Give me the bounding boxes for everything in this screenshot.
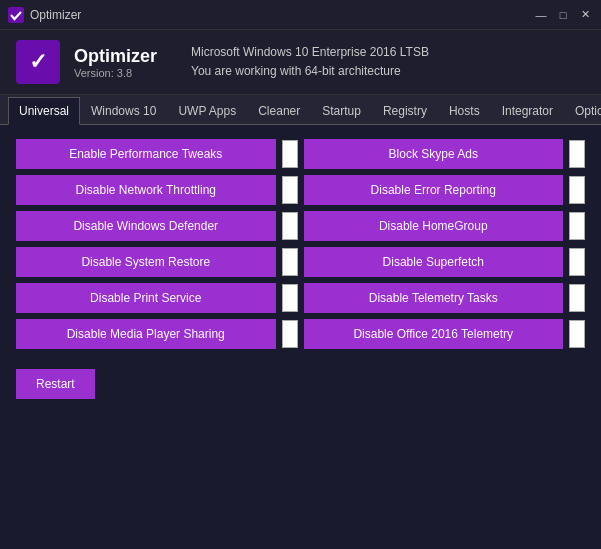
btn-row-2-right: Disable Error Reporting	[304, 175, 586, 205]
enable-performance-tweaks-button[interactable]: Enable Performance Tweaks	[16, 139, 276, 169]
app-header: ✓ Optimizer Version: 3.8 Microsoft Windo…	[0, 30, 601, 95]
tab-hosts[interactable]: Hosts	[438, 97, 491, 125]
disable-office-2016-telemetry-button[interactable]: Disable Office 2016 Telemetry	[304, 319, 564, 349]
app-info: Optimizer Version: 3.8	[74, 46, 157, 79]
indicator-3-left	[282, 212, 298, 240]
svg-rect-0	[8, 7, 24, 23]
btn-row-6-left: Disable Media Player Sharing	[16, 319, 298, 349]
disable-media-player-sharing-button[interactable]: Disable Media Player Sharing	[16, 319, 276, 349]
btn-row-1-left: Enable Performance Tweaks	[16, 139, 298, 169]
indicator-5-left	[282, 284, 298, 312]
indicator-4-right	[569, 248, 585, 276]
app-desc: Microsoft Windows 10 Enterprise 2016 LTS…	[191, 43, 429, 81]
main-content: Enable Performance Tweaks Block Skype Ad…	[0, 125, 601, 413]
titlebar-title: Optimizer	[30, 8, 81, 22]
indicator-6-right	[569, 320, 585, 348]
disable-error-reporting-button[interactable]: Disable Error Reporting	[304, 175, 564, 205]
disable-homegroup-button[interactable]: Disable HomeGroup	[304, 211, 564, 241]
tab-windows10[interactable]: Windows 10	[80, 97, 167, 125]
checkmark-icon: ✓	[29, 49, 47, 75]
indicator-3-right	[569, 212, 585, 240]
disable-windows-defender-button[interactable]: Disable Windows Defender	[16, 211, 276, 241]
btn-row-5-left: Disable Print Service	[16, 283, 298, 313]
disable-print-service-button[interactable]: Disable Print Service	[16, 283, 276, 313]
app-desc-line2: You are working with 64-bit architecture	[191, 62, 429, 81]
button-grid: Enable Performance Tweaks Block Skype Ad…	[16, 139, 585, 349]
tab-startup[interactable]: Startup	[311, 97, 372, 125]
close-button[interactable]: ✕	[577, 7, 593, 23]
disable-telemetry-tasks-button[interactable]: Disable Telemetry Tasks	[304, 283, 564, 313]
indicator-1-right	[569, 140, 585, 168]
btn-row-5-right: Disable Telemetry Tasks	[304, 283, 586, 313]
disable-superfetch-button[interactable]: Disable Superfetch	[304, 247, 564, 277]
maximize-button[interactable]: □	[555, 7, 571, 23]
app-version: Version: 3.8	[74, 67, 157, 79]
btn-row-6-right: Disable Office 2016 Telemetry	[304, 319, 586, 349]
app-name: Optimizer	[74, 46, 157, 67]
disable-system-restore-button[interactable]: Disable System Restore	[16, 247, 276, 277]
tab-universal[interactable]: Universal	[8, 97, 80, 125]
tab-cleaner[interactable]: Cleaner	[247, 97, 311, 125]
titlebar-left: Optimizer	[8, 7, 81, 23]
btn-row-1-right: Block Skype Ads	[304, 139, 586, 169]
indicator-2-right	[569, 176, 585, 204]
tab-uwp[interactable]: UWP Apps	[167, 97, 247, 125]
indicator-5-right	[569, 284, 585, 312]
minimize-button[interactable]: —	[533, 7, 549, 23]
restart-button[interactable]: Restart	[16, 369, 95, 399]
tab-integrator[interactable]: Integrator	[491, 97, 564, 125]
disable-network-throttling-button[interactable]: Disable Network Throttling	[16, 175, 276, 205]
btn-row-3-right: Disable HomeGroup	[304, 211, 586, 241]
block-skype-ads-button[interactable]: Block Skype Ads	[304, 139, 564, 169]
tab-options[interactable]: Options	[564, 97, 601, 125]
tab-registry[interactable]: Registry	[372, 97, 438, 125]
btn-row-4-right: Disable Superfetch	[304, 247, 586, 277]
app-desc-line1: Microsoft Windows 10 Enterprise 2016 LTS…	[191, 43, 429, 62]
titlebar-app-icon	[8, 7, 24, 23]
indicator-1-left	[282, 140, 298, 168]
indicator-4-left	[282, 248, 298, 276]
btn-row-2-left: Disable Network Throttling	[16, 175, 298, 205]
indicator-6-left	[282, 320, 298, 348]
titlebar: Optimizer — □ ✕	[0, 0, 601, 30]
titlebar-controls: — □ ✕	[533, 7, 593, 23]
indicator-2-left	[282, 176, 298, 204]
btn-row-3-left: Disable Windows Defender	[16, 211, 298, 241]
btn-row-4-left: Disable System Restore	[16, 247, 298, 277]
app-logo: ✓	[16, 40, 60, 84]
tabs-bar: Universal Windows 10 UWP Apps Cleaner St…	[0, 95, 601, 125]
